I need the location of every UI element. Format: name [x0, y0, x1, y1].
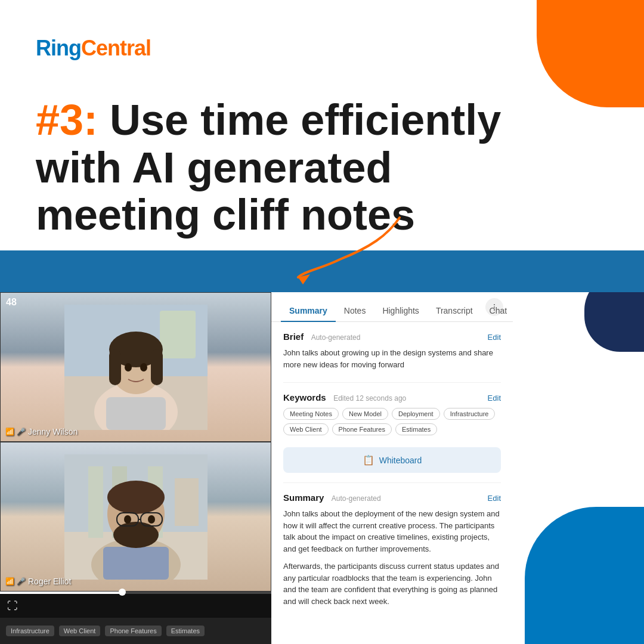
progress-bar-fill [0, 592, 122, 594]
keywords-subtitle: Edited 12 seconds ago [333, 394, 406, 402]
tab-notes[interactable]: Notes [336, 300, 374, 321]
video-cell-2: 📶 🎤 Roger Elliot [0, 442, 271, 592]
tag-estimates: Estimates [166, 626, 205, 636]
svg-point-25 [124, 515, 131, 524]
svg-rect-10 [106, 397, 166, 430]
keywords-title: Keywords [283, 392, 326, 402]
tab-transcript[interactable]: Transcript [428, 300, 481, 321]
summary-paragraph-1: John talks about the deployment of the n… [283, 508, 501, 555]
video-time: 48 [6, 297, 17, 308]
signal-icon-1: 📶 [5, 428, 14, 436]
tabs-row: Summary Notes Highlights Transcript Chat [271, 292, 513, 322]
brief-section: Brief Auto-generated Edit John talks abo… [283, 332, 501, 370]
progress-bar[interactable] [0, 592, 271, 594]
signal-icon-2: 📶 [5, 577, 14, 586]
summary-subtitle: Auto-generated [332, 494, 381, 503]
mic-icon-1: 🎤 [17, 428, 26, 436]
heading-number: #3: [36, 96, 98, 144]
logo-ring-text: Ring [36, 36, 81, 61]
summary-section: Summary Auto-generated Edit John talks a… [283, 493, 501, 607]
whiteboard-button[interactable]: 📋 Whiteboard [283, 447, 501, 473]
divider-2 [283, 482, 501, 483]
tag-phone-features: Phone Features [105, 626, 161, 636]
progress-dot [119, 589, 126, 596]
mic-icon-2: 🎤 [17, 577, 26, 586]
panel-content: Brief Auto-generated Edit John talks abo… [271, 322, 513, 644]
svg-rect-6 [109, 349, 121, 385]
summary-paragraph-2: Afterwards, the participants discuss cur… [283, 561, 501, 607]
keyword-5[interactable]: Phone Features [332, 423, 392, 435]
keywords-section: Keywords Edited 12 seconds ago Edit Meet… [283, 392, 501, 435]
svg-rect-16 [175, 478, 199, 526]
brief-header: Brief Auto-generated Edit [283, 332, 501, 342]
whiteboard-icon: 📋 [363, 454, 374, 466]
keywords-header: Keywords Edited 12 seconds ago Edit [283, 392, 501, 403]
tag-web-client: Web Client [59, 626, 101, 636]
person-video-1 [1, 293, 271, 441]
person-video-2 [1, 442, 271, 591]
keyword-6[interactable]: Estimates [395, 423, 437, 435]
tags-bar: Infrastructure Web Client Phone Features… [0, 618, 271, 644]
svg-rect-13 [88, 466, 103, 538]
svg-point-8 [125, 363, 132, 371]
header: RingCentral [36, 36, 151, 61]
brief-subtitle: Auto-generated [311, 333, 361, 342]
tag-infrastructure: Infrastructure [6, 626, 54, 636]
divider-1 [283, 382, 501, 383]
heading-text: Use time efficiently with AI generated m… [36, 96, 501, 239]
keyword-2[interactable]: Deployment [392, 408, 440, 420]
brief-title: Brief [283, 332, 304, 342]
summary-title-group: Summary Auto-generated [283, 493, 381, 503]
logo-central-text: Central [81, 36, 151, 61]
brief-title-group: Brief Auto-generated [283, 332, 360, 342]
participant-name-1: Jenny Wilson [28, 427, 78, 436]
keyword-4[interactable]: Web Client [283, 423, 329, 435]
brief-edit-link[interactable]: Edit [488, 333, 501, 342]
summary-title: Summary [283, 493, 324, 503]
right-panel: ⋮ Summary Notes Highlights Transcript Ch… [271, 292, 513, 644]
svg-point-26 [148, 515, 155, 524]
keyword-3[interactable]: Infrastructure [444, 408, 496, 420]
logo: RingCentral [36, 36, 151, 61]
keyword-0[interactable]: Meeting Notes [283, 408, 339, 420]
summary-header: Summary Auto-generated Edit [283, 493, 501, 503]
video-panel: 48 [0, 292, 271, 644]
whiteboard-label: Whiteboard [379, 456, 422, 465]
participant-name-2: Roger Elliot [28, 577, 71, 586]
keyword-1[interactable]: New Model [342, 408, 388, 420]
video-cell-1: 📶 🎤 Jenny Wilson [0, 292, 271, 442]
main-content: 48 [0, 292, 513, 644]
svg-rect-7 [151, 349, 163, 385]
video-controls: ⛶ [0, 594, 271, 618]
tab-chat[interactable]: Chat [481, 300, 513, 321]
corner-decoration-top-right [537, 0, 644, 107]
name-bar-1: 📶 🎤 Jenny Wilson [5, 427, 78, 436]
tab-summary[interactable]: Summary [281, 300, 336, 321]
svg-point-20 [107, 481, 165, 514]
blue-banner [0, 250, 644, 292]
svg-rect-18 [103, 547, 169, 580]
brief-text: John talks about growing up in the desig… [283, 347, 501, 370]
svg-point-9 [140, 363, 147, 371]
name-bar-2: 📶 🎤 Roger Elliot [5, 577, 71, 586]
keywords-tags: Meeting Notes New Model Deployment Infra… [283, 408, 501, 435]
svg-rect-2 [160, 311, 196, 358]
summary-edit-link[interactable]: Edit [488, 494, 501, 503]
keywords-edit-link[interactable]: Edit [488, 394, 501, 402]
keywords-title-group: Keywords Edited 12 seconds ago [283, 392, 406, 403]
main-heading: #3: Use time efficiently with AI generat… [36, 95, 525, 239]
fullscreen-icon[interactable]: ⛶ [7, 600, 18, 612]
shape-decoration-bottom-right [525, 507, 644, 644]
tab-highlights[interactable]: Highlights [374, 300, 427, 321]
